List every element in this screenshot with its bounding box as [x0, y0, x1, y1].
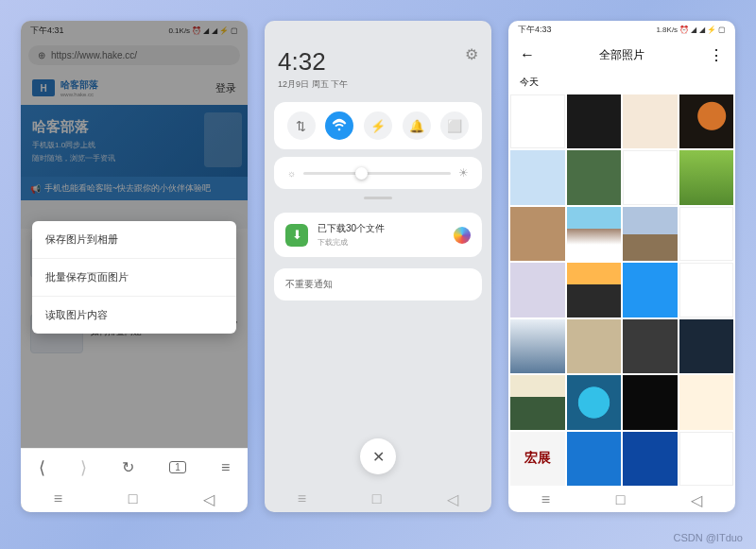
wifi-toggle[interactable]	[325, 112, 353, 140]
sys-back-button[interactable]: ◁	[691, 491, 702, 509]
photo-thumb[interactable]: 宏展	[510, 432, 565, 487]
photo-grid: 宏展	[508, 93, 735, 489]
photo-thumb[interactable]	[567, 263, 622, 317]
back-button[interactable]: ←	[520, 46, 535, 63]
context-menu: 保存图片到相册 批量保存页面图片 读取图片内容	[32, 221, 236, 334]
photo-thumb[interactable]	[510, 150, 565, 205]
sun-high-icon: ☀	[458, 166, 469, 180]
screenshot-toggle[interactable]: ⬜	[440, 112, 469, 140]
recents-button[interactable]: ≡	[298, 490, 306, 507]
photo-thumb[interactable]	[510, 263, 565, 317]
sun-low-icon: ☼	[287, 168, 296, 179]
photo-thumb[interactable]	[623, 319, 678, 374]
download-icon: ⬇	[285, 224, 308, 247]
photo-thumb[interactable]	[567, 150, 622, 205]
photo-thumb[interactable]	[679, 207, 734, 262]
quick-toggles: ⇅ ⚡ 🔔 ⬜	[274, 102, 482, 149]
section-today: 今天	[508, 72, 735, 93]
photo-thumb[interactable]	[567, 207, 622, 262]
brightness-slider[interactable]: ☼ ☀	[274, 157, 482, 189]
recents-button[interactable]: ≡	[54, 490, 62, 507]
photo-thumb[interactable]	[510, 375, 565, 430]
slider-track[interactable]	[303, 172, 451, 175]
photo-thumb[interactable]	[567, 94, 622, 149]
sys-back-button[interactable]: ◁	[447, 490, 458, 508]
flashlight-toggle[interactable]: ⚡	[364, 112, 392, 140]
photo-thumb[interactable]	[679, 263, 734, 317]
status-icons: 1.8K/s ⏰ ◢ ◢ ⚡ ▢	[656, 26, 726, 34]
browser-toolbar: ⟨ ⟩ ↻ 1 ≡	[21, 448, 248, 486]
photo-thumb[interactable]	[679, 94, 734, 149]
page-title: 全部照片	[535, 47, 709, 63]
photo-thumb[interactable]	[623, 94, 678, 149]
shade-header: 4:32 12月9日 周五 下午	[265, 40, 491, 94]
time-label: 下午4:33	[518, 24, 552, 36]
status-bar: 下午4:33 1.8K/s ⏰ ◢ ◢ ⚡ ▢	[508, 21, 735, 39]
forward-button[interactable]: ⟩	[80, 457, 87, 478]
photo-thumb[interactable]	[623, 150, 678, 205]
status-bar	[265, 21, 491, 40]
system-nav: ≡ □ ◁	[265, 486, 491, 512]
drag-handle[interactable]	[364, 197, 392, 199]
home-button[interactable]: □	[616, 491, 626, 508]
read-image-option[interactable]: 读取图片内容	[32, 297, 236, 334]
clock-time: 4:32	[278, 47, 478, 77]
app-icon	[454, 227, 471, 244]
data-toggle[interactable]: ⇅	[287, 112, 316, 140]
unimportant-section[interactable]: 不重要通知	[274, 268, 482, 300]
tabs-button[interactable]: 1	[169, 461, 186, 473]
photo-thumb[interactable]	[679, 319, 734, 374]
notif-title: 已下载30个文件	[318, 222, 444, 235]
save-image-option[interactable]: 保存图片到相册	[32, 221, 236, 259]
clear-all-button[interactable]: ✕	[360, 438, 396, 474]
home-button[interactable]: □	[129, 490, 138, 507]
menu-button[interactable]: ≡	[221, 459, 230, 476]
download-notification[interactable]: ⬇ 已下载30个文件 下载完成	[274, 213, 482, 257]
dnd-toggle[interactable]: 🔔	[403, 112, 431, 140]
watermark: CSDN @ITduo	[673, 532, 743, 543]
back-button[interactable]: ⟨	[39, 457, 45, 478]
photo-thumb[interactable]	[510, 207, 565, 262]
photo-thumb[interactable]	[623, 375, 678, 430]
photo-thumb[interactable]	[679, 150, 734, 205]
phone-gallery: 下午4:33 1.8K/s ⏰ ◢ ◢ ⚡ ▢ ← 全部照片 ⋮ 今天 宏展	[508, 21, 735, 512]
phone-notification-shade: 4:32 12月9日 周五 下午 ⚙ ⇅ ⚡ 🔔 ⬜ ☼ ☀ ⬇ 已下载30个文…	[265, 21, 491, 512]
sys-back-button[interactable]: ◁	[203, 490, 215, 508]
gallery-header: ← 全部照片 ⋮	[508, 39, 735, 72]
reload-button[interactable]: ↻	[122, 458, 134, 476]
photo-thumb[interactable]	[567, 319, 622, 374]
settings-icon[interactable]: ⚙	[465, 45, 478, 63]
notif-subtitle: 下载完成	[318, 237, 444, 248]
photo-thumb[interactable]	[623, 432, 678, 487]
photo-thumb[interactable]	[679, 375, 734, 430]
photo-thumb[interactable]	[623, 263, 678, 317]
photo-thumb[interactable]	[567, 375, 622, 430]
more-button[interactable]: ⋮	[709, 46, 724, 64]
phone-browser: 下午4:31 0.1K/s ⏰ ◢ ◢ ⚡ ▢ ⊕ https://www.ha…	[21, 21, 248, 512]
home-button[interactable]: □	[372, 490, 382, 507]
photo-thumb[interactable]	[679, 432, 734, 487]
system-nav: ≡ □ ◁	[508, 488, 735, 512]
photo-thumb[interactable]	[623, 207, 678, 262]
system-nav: ≡ □ ◁	[21, 486, 248, 512]
batch-save-option[interactable]: 批量保存页面图片	[32, 259, 236, 297]
recents-button[interactable]: ≡	[541, 491, 550, 508]
photo-thumb[interactable]	[510, 94, 565, 149]
photo-thumb[interactable]	[567, 432, 622, 487]
clock-date: 12月9日 周五 下午	[278, 78, 478, 91]
photo-thumb[interactable]	[510, 319, 565, 374]
